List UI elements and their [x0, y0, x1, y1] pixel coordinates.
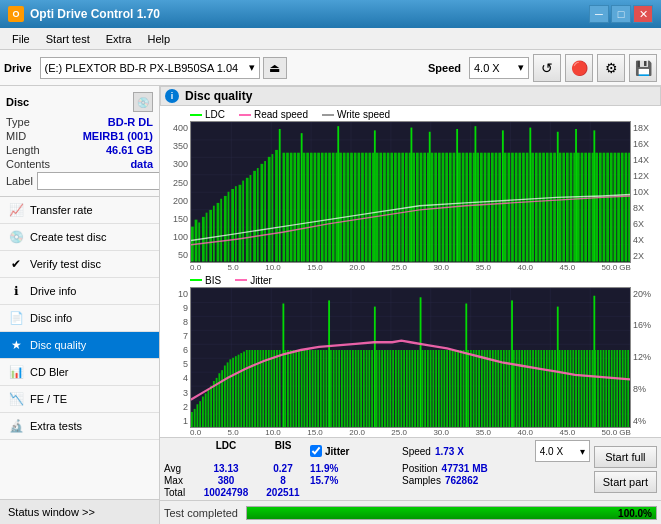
- svg-rect-221: [421, 350, 423, 428]
- title-bar-controls: ─ □ ✕: [589, 5, 653, 23]
- svg-rect-118: [584, 153, 587, 262]
- lower-y-axis-right: 20% 16% 12% 8% 4%: [631, 287, 659, 429]
- sidebar-item-fe-te[interactable]: 📉 FE / TE: [0, 386, 159, 413]
- stats-ldc-header: LDC: [196, 440, 256, 462]
- svg-rect-162: [251, 350, 253, 428]
- stats-total-bis: 202511: [258, 487, 308, 498]
- svg-rect-157: [465, 303, 467, 427]
- svg-rect-58: [357, 153, 360, 262]
- svg-rect-140: [213, 381, 215, 428]
- disc-contents-row: Contents data: [6, 158, 153, 170]
- stats-max-label: Max: [164, 475, 194, 486]
- svg-rect-294: [627, 350, 629, 428]
- sidebar-item-extra-tests[interactable]: 🔬 Extra tests: [0, 413, 159, 440]
- svg-rect-19: [257, 168, 259, 261]
- sidebar-item-cd-bler[interactable]: 📊 CD Bler: [0, 359, 159, 386]
- disc-mid-row: MID MEIRB1 (001): [6, 130, 153, 142]
- disc-length-label: Length: [6, 144, 40, 156]
- svg-rect-212: [395, 350, 397, 428]
- svg-rect-34: [529, 128, 531, 262]
- sidebar-item-drive-info[interactable]: ℹ Drive info: [0, 278, 159, 305]
- svg-rect-236: [463, 350, 465, 428]
- svg-rect-267: [551, 350, 553, 428]
- svg-rect-273: [570, 350, 572, 428]
- svg-rect-223: [427, 350, 429, 428]
- svg-rect-164: [257, 350, 259, 428]
- sidebar-item-disc-info[interactable]: 📄 Disc info: [0, 305, 159, 332]
- stats-speed-dropdown[interactable]: 4.0 X ▾: [535, 440, 590, 462]
- svg-rect-257: [524, 350, 526, 428]
- svg-rect-13: [235, 186, 237, 261]
- svg-rect-6: [209, 210, 212, 262]
- fe-te-icon: 📉: [8, 391, 24, 407]
- svg-rect-210: [389, 350, 391, 428]
- menu-help[interactable]: Help: [139, 31, 178, 47]
- svg-rect-174: [287, 350, 289, 428]
- jitter-checkbox[interactable]: [310, 445, 322, 457]
- start-full-button[interactable]: Start full: [594, 446, 657, 468]
- menu-file[interactable]: File: [4, 31, 38, 47]
- stats-avg-jitter: 11.9%: [310, 463, 400, 474]
- close-button[interactable]: ✕: [633, 5, 653, 23]
- svg-rect-148: [235, 356, 237, 427]
- svg-rect-125: [610, 153, 613, 262]
- svg-rect-5: [206, 213, 208, 262]
- svg-rect-150: [240, 353, 242, 427]
- svg-rect-139: [210, 385, 212, 427]
- svg-rect-270: [561, 350, 563, 428]
- svg-rect-93: [487, 153, 490, 262]
- disc-type-label: Type: [6, 116, 30, 128]
- svg-rect-120: [592, 153, 595, 262]
- minimize-button[interactable]: ─: [589, 5, 609, 23]
- svg-rect-31: [456, 129, 458, 262]
- svg-rect-232: [452, 350, 454, 428]
- svg-rect-146: [229, 359, 231, 427]
- drive-dropdown[interactable]: (E:) PLEXTOR BD-R PX-LB950SA 1.04 ▾: [40, 57, 260, 79]
- svg-rect-85: [458, 153, 461, 262]
- svg-rect-147: [232, 357, 234, 427]
- drive-eject-button[interactable]: ⏏: [263, 57, 287, 79]
- menu-extra[interactable]: Extra: [98, 31, 140, 47]
- sidebar-item-transfer-rate[interactable]: 📈 Transfer rate: [0, 197, 159, 224]
- svg-rect-191: [336, 350, 338, 428]
- svg-rect-38: [282, 153, 285, 262]
- window-title: Opti Drive Control 1.70: [30, 7, 160, 21]
- svg-rect-207: [381, 350, 383, 428]
- burn-button[interactable]: 🔴: [565, 54, 593, 82]
- svg-rect-42: [297, 153, 300, 262]
- sidebar-item-verify-test-disc[interactable]: ✔ Verify test disc: [0, 251, 159, 278]
- save-button[interactable]: 💾: [629, 54, 657, 82]
- transfer-rate-icon: 📈: [8, 202, 24, 218]
- disc-label-input[interactable]: [37, 172, 160, 190]
- app-icon: O: [8, 6, 24, 22]
- svg-rect-24: [275, 150, 278, 262]
- maximize-button[interactable]: □: [611, 5, 631, 23]
- disc-contents-label: Contents: [6, 158, 50, 170]
- speed-dropdown[interactable]: 4.0 X ▾: [469, 57, 529, 79]
- svg-rect-98: [507, 153, 510, 262]
- svg-rect-104: [531, 153, 534, 262]
- sidebar-item-disc-quality[interactable]: ★ Disc quality: [0, 332, 159, 359]
- menu-start-test[interactable]: Start test: [38, 31, 98, 47]
- svg-rect-226: [435, 350, 437, 428]
- refresh-button[interactable]: ↺: [533, 54, 561, 82]
- disc-icon-button[interactable]: 💿: [133, 92, 153, 112]
- svg-rect-22: [268, 157, 271, 262]
- disc-label-row: Label 🔍: [6, 172, 153, 190]
- svg-rect-278: [583, 350, 585, 428]
- sidebar-item-create-test-disc[interactable]: 💿 Create test disc: [0, 224, 159, 251]
- lower-chart-svg: [191, 288, 630, 428]
- svg-rect-54: [343, 153, 346, 262]
- settings-button[interactable]: ⚙: [597, 54, 625, 82]
- svg-rect-196: [349, 350, 351, 428]
- progress-bar-container: 100.0%: [246, 506, 657, 520]
- svg-rect-227: [438, 350, 440, 428]
- cd-bler-icon: 📊: [8, 364, 24, 380]
- svg-rect-44: [306, 153, 309, 262]
- svg-rect-108: [546, 153, 549, 262]
- svg-rect-169: [271, 350, 273, 428]
- start-part-button[interactable]: Start part: [594, 471, 657, 493]
- status-window-button[interactable]: Status window >>: [0, 499, 159, 524]
- disc-type-value: BD-R DL: [108, 116, 153, 128]
- stats-samples-value: 762862: [445, 475, 478, 486]
